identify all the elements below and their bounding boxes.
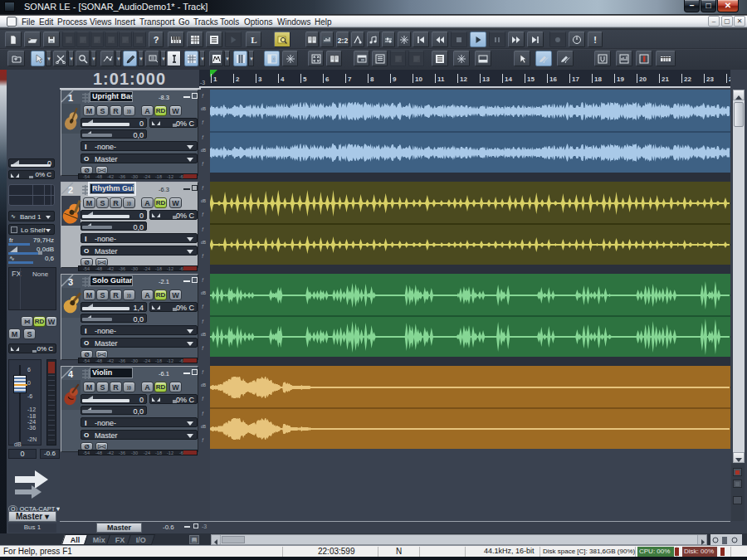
- svg-text:L: L: [251, 35, 256, 45]
- svg-text:?: ?: [154, 35, 159, 45]
- svg-text:!: !: [593, 35, 597, 45]
- svg-text:2:2: 2:2: [338, 36, 349, 44]
